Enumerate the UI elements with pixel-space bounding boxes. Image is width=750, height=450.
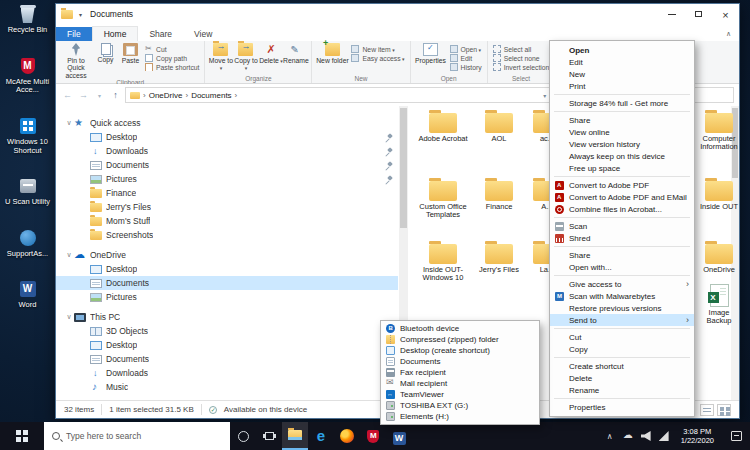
mcafee-taskbar-button[interactable]	[360, 422, 386, 450]
volume-icon[interactable]	[641, 431, 651, 441]
desktop-icon[interactable]: Windows 10 Shortcut	[0, 115, 55, 155]
context-menu-item[interactable]: Share	[550, 249, 694, 261]
nav-item[interactable]: 3D Objects	[56, 324, 398, 338]
maximize-button[interactable]	[685, 4, 712, 24]
nav-item[interactable]: Documents	[56, 352, 398, 366]
file-item[interactable]: Image Backup	[696, 284, 742, 326]
nav-item[interactable]: Quick access	[56, 116, 398, 130]
context-menu-item[interactable]	[554, 398, 690, 399]
desktop-icon[interactable]: McAfee Multi Acce...	[0, 55, 55, 95]
context-menu-item[interactable]: Properties	[550, 401, 694, 413]
nav-scrollbar-thumb[interactable]	[400, 108, 407, 228]
taskbar-clock[interactable]: 3:08 PM 1/22/2020	[673, 427, 722, 446]
nav-item[interactable]: Pictures	[56, 290, 398, 304]
send-to-menu-item[interactable]: Bluetooth device	[381, 323, 539, 334]
nav-item[interactable]: Desktop	[56, 262, 398, 276]
details-view-button[interactable]	[700, 404, 714, 416]
select-all-button[interactable]: Select all	[493, 45, 550, 53]
send-to-menu-item[interactable]: Desktop (create shortcut)	[381, 345, 539, 356]
context-menu-item[interactable]: Combine files in Acrobat...	[550, 203, 694, 215]
file-item[interactable]: Adobe Acrobat	[416, 113, 470, 143]
minimize-button[interactable]	[658, 4, 685, 24]
easy-access-button[interactable]: Easy access	[351, 54, 404, 62]
send-to-menu-item[interactable]: Fax recipient	[381, 367, 539, 378]
context-menu-item[interactable]	[554, 176, 690, 177]
desktop-icon[interactable]: U Scan Utility	[0, 175, 55, 207]
send-to-menu-item[interactable]: Elements (H:)	[381, 411, 539, 422]
copy-to-button[interactable]: Copy to	[233, 42, 258, 72]
context-menu-item[interactable]: Edit	[550, 56, 694, 68]
copy-button[interactable]: Copy	[93, 42, 118, 63]
file-item[interactable]: Inside OUT	[696, 181, 742, 211]
cortana-button[interactable]	[230, 422, 256, 450]
copy-path-button[interactable]: Copy path	[145, 54, 199, 62]
firefox-button[interactable]	[334, 422, 360, 450]
context-menu-item[interactable]: Send to	[550, 314, 694, 326]
context-menu-item[interactable]: Give access to	[550, 278, 694, 290]
file-item[interactable]: Finance	[472, 181, 526, 211]
ribbon-tab[interactable]: Share	[138, 27, 183, 41]
open-button[interactable]: Open	[450, 45, 482, 53]
context-menu-item[interactable]: Always keep on this device	[550, 150, 694, 162]
edit-button[interactable]: Edit	[450, 54, 482, 62]
nav-item[interactable]: OneDrive	[56, 248, 398, 262]
nav-item[interactable]: This PC	[56, 310, 398, 324]
show-hidden-icons-button[interactable]	[601, 432, 619, 441]
context-menu-item[interactable]: Shred	[550, 232, 694, 244]
context-menu-item[interactable]: New	[550, 68, 694, 80]
desktop-icon[interactable]: Word	[0, 278, 55, 310]
nav-item[interactable]: Documents	[56, 276, 398, 290]
invert-selection-button[interactable]: Invert selection	[493, 63, 550, 71]
ribbon-tab[interactable]: Home	[92, 26, 139, 41]
desktop-icon[interactable]: SupportAs...	[0, 227, 55, 259]
chevron-icon[interactable]	[64, 119, 74, 127]
action-center-button[interactable]	[722, 422, 750, 450]
context-menu-item[interactable]	[554, 217, 690, 218]
nav-item[interactable]: Downloads	[56, 144, 398, 158]
context-menu-item[interactable]: Cut	[550, 331, 694, 343]
file-item[interactable]: Inside OUT-Windows 10	[416, 244, 470, 283]
recent-locations-button[interactable]	[93, 92, 106, 99]
context-menu-item[interactable]: Storage 84% full - Get more	[550, 97, 694, 109]
qat-customize-icon[interactable]	[79, 11, 82, 18]
chevron-icon[interactable]	[64, 251, 74, 259]
send-to-menu-item[interactable]: TeamViewer	[381, 389, 539, 400]
large-icons-view-button[interactable]	[717, 404, 731, 416]
collapse-ribbon-icon[interactable]	[726, 30, 731, 38]
paste-button[interactable]: Paste	[118, 42, 143, 64]
context-menu-item[interactable]	[554, 328, 690, 329]
context-menu-item[interactable]	[554, 357, 690, 358]
file-item[interactable]: OneDrive	[696, 244, 742, 274]
context-menu-item[interactable]: Share	[550, 114, 694, 126]
context-menu-item[interactable]: View version history	[550, 138, 694, 150]
task-view-button[interactable]	[256, 422, 282, 450]
onedrive-tray-icon[interactable]	[623, 431, 633, 441]
context-menu-item[interactable]: Open with...	[550, 261, 694, 273]
delete-button[interactable]: Delete	[258, 42, 283, 64]
file-item[interactable]: Custom Office Templates	[416, 181, 470, 220]
nav-item[interactable]: Finance	[56, 186, 398, 200]
history-button[interactable]: History	[450, 63, 482, 71]
network-icon[interactable]	[659, 431, 669, 441]
paste-shortcut-button[interactable]: Paste shortcut	[145, 63, 199, 71]
context-menu-item[interactable]: Free up space	[550, 162, 694, 174]
context-menu-item[interactable]: Open	[550, 44, 694, 56]
context-menu-item[interactable]: Restore previous versions	[550, 302, 694, 314]
select-none-button[interactable]: Select none	[493, 54, 550, 62]
nav-item[interactable]: Music	[56, 380, 398, 394]
nav-item[interactable]: Desktop	[56, 338, 398, 352]
context-menu-item[interactable]: Scan with Malwarebytes	[550, 290, 694, 302]
context-menu-item[interactable]: Copy	[550, 343, 694, 355]
edge-button[interactable]	[308, 422, 334, 450]
properties-button[interactable]: Properties	[414, 42, 448, 64]
title-bar[interactable]: Documents	[56, 4, 739, 24]
back-button[interactable]	[61, 90, 74, 100]
address-dropdown-icon[interactable]	[543, 91, 546, 100]
new-folder-button[interactable]: New folder	[315, 42, 349, 64]
nav-item[interactable]: Jerry's Files	[56, 200, 398, 214]
start-button[interactable]	[0, 422, 44, 450]
pin-to-quick-access-button[interactable]: Pin to Quick access	[59, 42, 93, 79]
nav-item[interactable]: Mom's Stuff	[56, 214, 398, 228]
word-taskbar-button[interactable]	[386, 422, 412, 450]
close-button[interactable]	[712, 4, 739, 24]
